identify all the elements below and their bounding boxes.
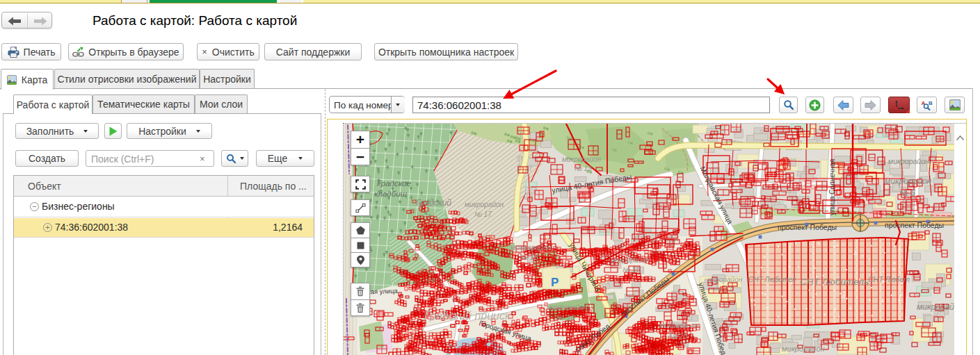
svg-text:проспект Победы: проспект Победы	[778, 223, 837, 231]
svg-text:P: P	[551, 276, 559, 289]
svg-text:микрорайон: микрорайон	[511, 243, 552, 251]
svg-text:Градский: Градский	[416, 198, 451, 208]
svg-text:№ 20: № 20	[669, 332, 687, 340]
svg-text:улица Солнечная: улица Солнечная	[828, 159, 836, 215]
svg-text:№ 11: № 11	[622, 266, 639, 274]
svg-text:проспект Победы: проспект Победы	[885, 221, 944, 229]
svg-text:№ 21: № 21	[715, 286, 732, 293]
svg-text:микрора-он: микрора-он	[659, 321, 699, 329]
svg-text:№ 16: № 16	[556, 313, 575, 322]
svg-text:№ 17: № 17	[474, 210, 492, 218]
svg-text:СНТ Любитель: СНТ Любитель	[800, 276, 869, 287]
svg-text:B: B	[929, 100, 933, 106]
svg-text:Градский прииск: Градский прииск	[424, 310, 511, 322]
svg-text:микрорай: микрорай	[917, 302, 954, 312]
svg-text:микрорайон: микрорайон	[782, 345, 825, 353]
svg-text:микрорайон: микрорайон	[611, 256, 650, 264]
svg-text:микрорайон: микрорайон	[888, 157, 929, 165]
svg-text:СНТ Любител: СНТ Любител	[748, 276, 796, 283]
svg-text:микрорайон: микрорайон	[547, 303, 588, 311]
svg-text:№ 6: № 6	[899, 188, 915, 198]
svg-text:микрорайон: микрорайон	[562, 156, 602, 163]
svg-text:микрорайон: микрорайон	[885, 176, 932, 186]
svg-text:№ 18: № 18	[520, 253, 538, 261]
svg-text:№ 13: № 13	[575, 165, 592, 172]
svg-text:икрорайон: икрорайон	[708, 276, 743, 283]
svg-text:кладбищ: кладбищ	[374, 190, 408, 198]
svg-text:микрорайон: микрорайон	[465, 201, 504, 208]
svg-text:СНТ Любит: СНТ Любит	[868, 275, 910, 283]
svg-text:Градское: Градское	[377, 179, 411, 188]
